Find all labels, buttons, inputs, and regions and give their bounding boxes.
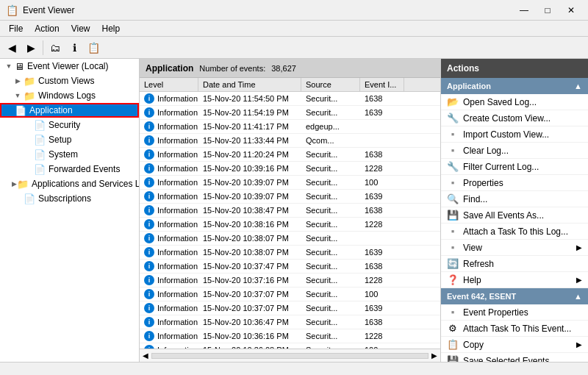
titlebar: 📋 Event Viewer — □ ✕ [0, 0, 588, 21]
action-item-attach-task-event[interactable]: ⚙Attach Task To This Event... [441, 321, 588, 337]
actions-section-header-event-section[interactable]: Event 642, ESENT▲ [441, 288, 588, 304]
tree-item-forwarded[interactable]: 📄Forwarded Events [0, 162, 139, 176]
event-datetime: 15-Nov-20 10:39:07 PM [198, 176, 301, 189]
tree-icon-local: 🖥 [15, 61, 24, 72]
minimize-button[interactable]: — [513, 3, 535, 18]
action-label-filter-current-log: Filter Current Log... [463, 162, 539, 172]
menu-help[interactable]: Help [96, 22, 126, 35]
action-item-filter-current-log[interactable]: 🔧Filter Current Log... [441, 159, 588, 175]
toolbar-sep-1 [43, 40, 43, 55]
action-item-find[interactable]: 🔍Find... [441, 191, 588, 207]
menu-file[interactable]: File [3, 22, 29, 35]
tree-item-subscriptions[interactable]: 📄Subscriptions [0, 191, 139, 206]
event-row[interactable]: i Information 15-Nov-20 11:54:50 PM Secu… [140, 92, 440, 106]
tree-item-appservices[interactable]: ▶📁Applications and Services Logs [0, 176, 139, 191]
event-source: edgeup... [301, 120, 360, 133]
action-item-view[interactable]: ▪View▶ [441, 240, 588, 256]
tree-toggle-custom[interactable]: ▶ [12, 77, 24, 85]
tree-label-custom: Custom Views [38, 76, 94, 86]
event-row[interactable]: i Information 15-Nov-20 10:36:16 PM Secu… [140, 329, 440, 343]
event-row[interactable]: i Information 15-Nov-20 10:38:47 PM Secu… [140, 204, 440, 218]
event-id: 100 [360, 343, 404, 349]
event-level-text: Information [157, 276, 198, 285]
event-row[interactable]: i Information 15-Nov-20 10:37:07 PM Secu… [140, 288, 440, 301]
menu-view[interactable]: View [65, 22, 96, 35]
event-row[interactable]: i Information 15-Nov-20 11:33:44 PM Qcom… [140, 134, 440, 148]
action-item-refresh[interactable]: 🔄Refresh [441, 256, 588, 272]
action-item-copy[interactable]: 📋Copy▶ [441, 337, 588, 353]
event-row[interactable]: i Information 15-Nov-20 10:37:47 PM Secu… [140, 260, 440, 274]
action-label-find: Find... [463, 194, 487, 204]
toolbar-scope[interactable]: 🗂 [46, 39, 64, 57]
event-row[interactable]: i Information 15-Nov-20 10:37:07 PM Secu… [140, 301, 440, 315]
action-item-clear-log[interactable]: ▪Clear Log... [441, 143, 588, 159]
event-row[interactable]: i Information 15-Nov-20 10:38:07 PM Secu… [140, 232, 440, 246]
action-item-save-selected[interactable]: 💾Save Selected Events... [441, 353, 588, 362]
toolbar-info[interactable]: ℹ [65, 39, 83, 57]
tree-label-application: Application [29, 105, 73, 115]
col-datetime[interactable]: Date and Time [198, 78, 301, 91]
action-item-import-custom-view[interactable]: ▪Import Custom View... [441, 126, 588, 143]
tree-toggle-local[interactable]: ▼ [3, 63, 15, 70]
tree-item-security[interactable]: 📄Security [0, 118, 139, 132]
action-item-event-properties[interactable]: ▪Event Properties [441, 304, 588, 321]
event-source: Securit... [301, 218, 360, 231]
action-item-help[interactable]: ❓Help▶ [441, 272, 588, 288]
maximize-button[interactable]: □ [537, 3, 559, 18]
scroll-right[interactable]: ▶ [431, 351, 437, 360]
tree-item-application[interactable]: 📄Application [0, 103, 139, 118]
toolbar-back[interactable]: ◀ [3, 39, 21, 57]
action-label-view: View [463, 243, 482, 253]
event-row[interactable]: i Information 15-Nov-20 10:36:47 PM Secu… [140, 315, 440, 329]
event-row[interactable]: i Information 15-Nov-20 10:37:16 PM Secu… [140, 274, 440, 288]
event-level: i Information [140, 148, 198, 161]
tree-toggle-appservices[interactable]: ▶ [12, 180, 17, 188]
event-level-text: Information [157, 150, 198, 159]
action-item-properties[interactable]: ▪Properties [441, 175, 588, 191]
event-row[interactable]: i Information 15-Nov-20 11:54:19 PM Secu… [140, 106, 440, 120]
toolbar-forward[interactable]: ▶ [22, 39, 40, 57]
close-button[interactable]: ✕ [560, 3, 582, 18]
menu-action[interactable]: Action [29, 22, 65, 35]
tree-item-system[interactable]: 📄System [0, 147, 139, 162]
col-level[interactable]: Level [140, 78, 198, 91]
event-source: Securit... [301, 274, 360, 287]
actions-section-event-section: Event 642, ESENT▲▪Event Properties⚙Attac… [441, 288, 588, 362]
event-row[interactable]: i Information 15-Nov-20 10:38:07 PM Secu… [140, 246, 440, 260]
event-row[interactable]: i Information 15-Nov-20 11:20:24 PM Secu… [140, 148, 440, 162]
event-source: Securit... [301, 162, 360, 175]
event-row[interactable]: i Information 15-Nov-20 11:41:17 PM edge… [140, 120, 440, 134]
tree-item-local[interactable]: ▼🖥Event Viewer (Local) [0, 59, 139, 74]
toolbar-new[interactable]: 📋 [85, 39, 102, 57]
action-item-open-saved-log[interactable]: 📂Open Saved Log... [441, 94, 588, 110]
event-row[interactable]: i Information 15-Nov-20 10:39:07 PM Secu… [140, 176, 440, 190]
hscrollbar[interactable] [151, 353, 429, 359]
info-icon: i [144, 247, 154, 257]
action-item-attach-task[interactable]: ▪Attach a Task To this Log... [441, 224, 588, 240]
col-source[interactable]: Source [301, 78, 360, 91]
action-label-event-properties: Event Properties [463, 307, 528, 318]
app-icon: 📋 [6, 4, 18, 16]
event-source: Securit... [301, 176, 360, 189]
event-row[interactable]: i Information 15-Nov-20 10:39:07 PM Secu… [140, 190, 440, 204]
action-label-refresh: Refresh [463, 259, 494, 269]
event-level-text: Information [157, 332, 198, 340]
action-item-create-custom-view[interactable]: 🔧Create Custom View... [441, 110, 588, 126]
event-datetime: 15-Nov-20 11:41:17 PM [198, 120, 301, 133]
tree-item-setup[interactable]: 📄Setup [0, 132, 139, 147]
tree-toggle-winlogs[interactable]: ▼ [12, 92, 24, 99]
tree-item-custom[interactable]: ▶📁Custom Views [0, 74, 139, 88]
event-row[interactable]: i Information 15-Nov-20 10:39:16 PM Secu… [140, 162, 440, 176]
scroll-left[interactable]: ◀ [143, 351, 148, 360]
action-icon-save-all-events: 💾 [447, 210, 459, 221]
section-collapse-icon: ▲ [574, 292, 582, 301]
event-row[interactable]: i Information 15-Nov-20 10:36:08 PM Secu… [140, 343, 440, 349]
event-row[interactable]: i Information 15-Nov-20 10:38:16 PM Secu… [140, 218, 440, 232]
actions-section-header-application-section[interactable]: Application▲ [441, 78, 588, 94]
event-level-text: Information [157, 248, 198, 257]
col-eventid[interactable]: Event I... [360, 78, 404, 91]
tree-item-winlogs[interactable]: ▼📁Windows Logs [0, 88, 139, 103]
event-datetime: 15-Nov-20 10:38:47 PM [198, 204, 301, 217]
event-id: 1638 [360, 315, 404, 329]
action-item-save-all-events[interactable]: 💾Save All Events As... [441, 207, 588, 224]
